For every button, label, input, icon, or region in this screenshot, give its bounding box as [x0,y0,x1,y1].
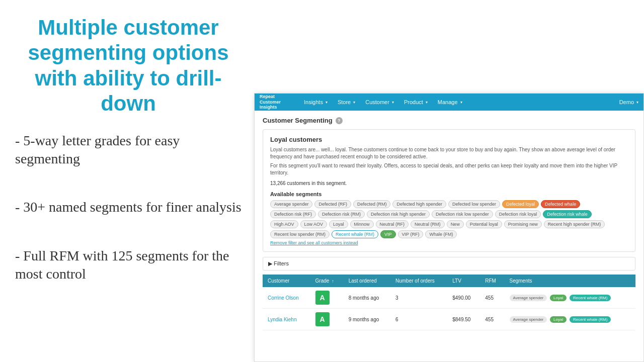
nav-store[interactable]: Store ▾ [334,97,359,107]
main-title: Multiple customer segmenting options wit… [15,15,242,117]
tag-low-aov[interactable]: Low AOV [300,220,328,228]
navbar: RepeatCustomerInsights Insights ▾ Store … [255,94,643,111]
tag-potential-loyal[interactable]: Potential loyal [466,220,502,228]
nav-customer[interactable]: Customer ▾ [361,97,398,107]
tag-high-aov[interactable]: High AOV [270,220,298,228]
customers-table: Customer Grade ↑ Last ordered Number of … [263,275,635,330]
tag-defected-rf[interactable]: Defected (RF) [314,200,351,208]
col-segments: Segments [505,275,636,287]
segment-box: Loyal customers Loyal customers are... w… [263,129,635,252]
feature-1: - 5-way letter grades for easy segmentin… [15,132,242,168]
tag-defection-risk-rf[interactable]: Defection risk (RF) [270,210,316,218]
nav-store-label: Store [338,99,351,105]
tag-defection-risk-low[interactable]: Defection risk low spender [432,210,493,218]
tag-neutral-rm[interactable]: Neutral (RM) [411,220,445,228]
help-icon[interactable]: ? [336,117,343,124]
cell-customer: Corrine Olson [263,287,310,309]
segment-tag-loyal[interactable]: Loyal [550,316,567,323]
tag-whale-fm[interactable]: Whale (FM) [425,230,457,238]
tag-new[interactable]: New [447,220,464,228]
tag-recent-whale[interactable]: Recent whale (RM) [332,230,378,238]
app-panel: RepeatCustomerInsights Insights ▾ Store … [254,93,644,362]
tag-average-spender[interactable]: Average spender [270,200,312,208]
nav-menu: Insights ▾ Store ▾ Customer ▾ Product ▾ … [300,97,619,107]
nav-product[interactable]: Product ▾ [400,97,432,107]
tag-defected-whale[interactable]: Defected whale [541,200,580,208]
tags-row-1: Average spender Defected (RF) Defected (… [270,200,628,208]
tag-recent-low[interactable]: Recent low spender (RM) [270,230,330,238]
cell-ltv: $490.00 [447,287,480,309]
content-area: Customer Segmenting ? Loyal customers Lo… [255,111,643,336]
remove-filter-link[interactable]: Remove filter and see all customers inst… [270,240,628,245]
grade-badge: A [315,312,330,326]
grade-badge: A [315,291,330,305]
customer-link[interactable]: Lyndia Kiehn [268,317,296,322]
tag-promising-new[interactable]: Promising new [504,220,542,228]
tag-defection-risk-loyal[interactable]: Defection risk loyal [495,210,541,218]
customer-link[interactable]: Corrine Olson [268,295,299,301]
table-row: Corrine Olson A 8 months ago 3 $490.00 4… [263,287,635,309]
tag-defection-risk-whale[interactable]: Defection risk whale [543,210,592,218]
chevron-icon: ▾ [636,100,638,105]
nav-customer-label: Customer [365,99,389,105]
table-row: Lyndia Kiehn A 9 months ago 6 $849.50 45… [263,309,635,330]
tag-recent-high[interactable]: Recent high spender (RM) [544,220,605,228]
tags-row-3: High AOV Low AOV Loyal Minnow Neutral (R… [270,220,628,228]
feature-2: - 30+ named segments for finer analysis [15,198,242,216]
feature-3: - Full RFM with 125 segments for the mos… [15,247,242,284]
section-title-row: Customer Segmenting ? [263,117,635,124]
col-grade[interactable]: Grade ↑ [310,275,344,287]
tag-defection-risk-high[interactable]: Defection risk high spender [367,210,430,218]
cell-rfm: 455 [480,287,504,309]
tag-vip-rf[interactable]: VIP (RF) [398,230,424,238]
segment-tag-avg[interactable]: Average spender [510,295,547,301]
nav-product-label: Product [404,99,423,105]
col-customer: Customer [263,275,310,287]
tag-defected-loyal[interactable]: Defected loyal [502,200,539,208]
tag-defected-low[interactable]: Defected low spender [448,200,500,208]
cell-grade: A [310,287,344,309]
tags-row-2: Defection risk (RF) Defection risk (RM) … [270,210,628,218]
tag-neutral-rf[interactable]: Neutral (RF) [376,220,409,228]
segment-title: Loyal customers [270,136,628,143]
cell-ltv: $849.50 [447,309,480,330]
cell-grade: A [310,309,344,330]
chevron-icon: ▾ [326,100,328,105]
nav-demo-label: Demo [619,99,634,105]
chevron-icon: ▾ [353,100,355,105]
cell-rfm: 455 [480,309,504,330]
header-row: Customer Grade ↑ Last ordered Number of … [263,275,635,287]
nav-manage[interactable]: Manage ▾ [434,97,466,107]
nav-insights-label: Insights [304,99,323,105]
segment-desc-1: Loyal customers are... well... loyal. Th… [270,146,628,160]
filters-section[interactable]: ▶ Filters [263,257,635,270]
chevron-icon: ▾ [426,100,428,105]
section-title-text: Customer Segmenting [263,117,333,124]
cell-last-ordered: 9 months ago [344,309,390,330]
nav-manage-label: Manage [438,99,458,105]
col-ltv: LTV [447,275,480,287]
brand-logo: RepeatCustomerInsights [260,94,290,110]
nav-insights[interactable]: Insights ▾ [300,97,332,107]
chevron-icon: ▾ [392,100,394,105]
tag-vip[interactable]: VIP [380,230,396,238]
cell-num-orders: 6 [390,309,447,330]
tag-loyal[interactable]: Loyal [329,220,348,228]
tag-defection-risk-rm[interactable]: Defection risk (RM) [318,210,365,218]
cell-num-orders: 3 [390,287,447,309]
table-header: Customer Grade ↑ Last ordered Number of … [263,275,635,287]
segment-tag-whale[interactable]: Recent whale (RM) [570,295,611,301]
cell-segments: Average spender Loyal Recent whale (RM) [505,287,636,309]
tag-minnow[interactable]: Minnow [350,220,374,228]
tag-defected-rm[interactable]: Defected (RM) [353,200,391,208]
segment-desc-2: For this segment you'll want to reward t… [270,162,628,176]
nav-demo[interactable]: Demo ▾ [619,99,638,105]
segment-tag-loyal[interactable]: Loyal [550,295,567,301]
table-body: Corrine Olson A 8 months ago 3 $490.00 4… [263,287,635,330]
tag-defected-high[interactable]: Defected high spender [392,200,446,208]
segment-tag-avg[interactable]: Average spender [510,316,547,323]
segment-count: 13,266 customers in this segment. [270,180,628,186]
col-num-orders: Number of orders [390,275,447,287]
col-last-ordered: Last ordered [344,275,390,287]
segment-tag-whale[interactable]: Recent whale (RM) [570,316,611,323]
